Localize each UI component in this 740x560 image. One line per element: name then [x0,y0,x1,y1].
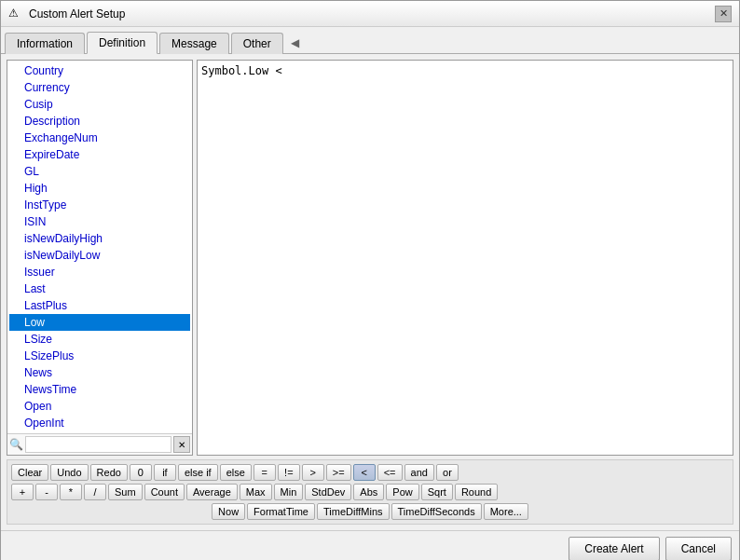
main-area: CountryCurrencyCusipDescriptionExchangeN… [7,60,733,456]
toolbar-btn-or[interactable]: or [436,464,459,481]
toolbar-btn-if[interactable]: if [154,464,176,481]
toolbar-btn-zero[interactable]: 0 [130,464,152,481]
toolbar-btn-now[interactable]: Now [212,503,245,520]
toolbar-btn-stddev[interactable]: StdDev [305,484,351,500]
field-item-description[interactable]: Description [9,113,190,130]
search-icon: 🔍 [9,438,23,451]
toolbar-row-3: NowFormatTimeTimeDiffMinsTimeDiffSeconds… [11,503,729,520]
toolbar-btn-undo[interactable]: Undo [50,464,88,481]
toolbar-btn-plus[interactable]: + [11,484,34,500]
tab-message[interactable]: Message [159,33,229,54]
tab-other[interactable]: Other [231,33,283,54]
toolbar-btn-minus[interactable]: - [35,484,58,500]
field-item-exchangenum[interactable]: ExchangeNum [9,130,190,146]
toolbar-btn-else-if[interactable]: else if [178,464,218,481]
toolbar-btn-clear[interactable]: Clear [11,464,48,481]
field-item-isin[interactable]: ISIN [9,213,190,230]
footer: Create Alert Cancel [1,530,739,560]
toolbar-row-2: +-*/SumCountAverageMaxMinStdDevAbsPowSqr… [11,484,729,500]
toolbar-row-1: ClearUndoRedo0ifelse ifelse=!=>>=<<=ando… [11,464,729,481]
search-clear-button[interactable]: ✕ [173,436,190,453]
field-item-open[interactable]: Open [9,398,190,415]
field-item-news[interactable]: News [9,364,190,381]
field-item-newstime[interactable]: NewsTime [9,381,190,398]
dialog-title: Custom Alert Setup [29,7,125,20]
field-item-issuer[interactable]: Issuer [9,264,190,280]
field-item-gl[interactable]: GL [9,163,190,180]
create-alert-button[interactable]: Create Alert [569,537,659,560]
search-bar: 🔍 ✕ [7,433,192,455]
field-item-cusip[interactable]: Cusip [9,96,190,113]
close-button[interactable]: ✕ [715,6,732,22]
toolbar-btn-more[interactable]: More... [484,503,528,520]
toolbar-btn-formattime[interactable]: FormatTime [247,503,315,520]
toolbar-btn-divide[interactable]: / [84,484,106,500]
field-item-lastplus[interactable]: LastPlus [9,297,190,314]
title-bar: ⚠ Custom Alert Setup ✕ [1,1,739,27]
toolbar-btn-count[interactable]: Count [144,484,185,500]
toolbar-btn-gt[interactable]: > [302,464,324,481]
toolbar: ClearUndoRedo0ifelse ifelse=!=>>=<<=ando… [7,459,733,525]
warning-icon: ⚠ [8,7,23,21]
toolbar-btn-neq[interactable]: != [278,464,300,481]
toolbar-btn-round[interactable]: Round [455,484,498,500]
toolbar-btn-average[interactable]: Average [186,484,238,500]
field-item-lsizeplus[interactable]: LSizePlus [9,348,190,364]
field-item-low[interactable]: Low [9,314,190,331]
toolbar-btn-lte[interactable]: <= [377,464,403,481]
toolbar-btn-gte[interactable]: >= [326,464,351,481]
toolbar-btn-eq[interactable]: = [254,464,276,481]
toolbar-btn-max[interactable]: Max [240,484,272,500]
toolbar-btn-redo[interactable]: Redo [90,464,128,481]
toolbar-btn-sum[interactable]: Sum [108,484,143,500]
tab-bar: Information Definition Message Other ◀ [1,27,739,54]
field-item-high[interactable]: High [9,180,190,197]
field-item-openint[interactable]: OpenInt [9,415,190,431]
field-item-expiredate[interactable]: ExpireDate [9,146,190,163]
field-list-panel: CountryCurrencyCusipDescriptionExchangeN… [7,60,193,456]
field-list: CountryCurrencyCusipDescriptionExchangeN… [7,61,192,433]
field-item-isnewdailylow[interactable]: isNewDailyLow [9,247,190,264]
title-bar-left: ⚠ Custom Alert Setup [8,7,125,21]
field-item-lsize[interactable]: LSize [9,331,190,348]
tab-information[interactable]: Information [5,33,85,54]
toolbar-btn-else[interactable]: else [220,464,252,481]
toolbar-btn-pow[interactable]: Pow [386,484,418,500]
toolbar-btn-min[interactable]: Min [274,484,304,500]
field-item-isnewdailyhigh[interactable]: isNewDailyHigh [9,230,190,247]
field-item-insttype[interactable]: InstType [9,197,190,213]
toolbar-btn-and[interactable]: and [404,464,434,481]
toolbar-btn-sqrt[interactable]: Sqrt [421,484,453,500]
tab-definition[interactable]: Definition [87,32,158,54]
content-area: CountryCurrencyCusipDescriptionExchangeN… [1,54,739,530]
toolbar-btn-timediffseconds[interactable]: TimeDiffSeconds [391,503,482,520]
cancel-button[interactable]: Cancel [665,537,732,560]
tab-scroll-arrow[interactable]: ◀ [285,33,305,53]
field-item-last[interactable]: Last [9,280,190,297]
expression-editor[interactable]: Symbol.Low < [197,60,733,456]
dialog: ⚠ Custom Alert Setup ✕ Information Defin… [0,0,740,560]
toolbar-btn-abs[interactable]: Abs [353,484,384,500]
search-input[interactable] [25,436,171,453]
toolbar-btn-multiply[interactable]: * [60,484,82,500]
field-item-currency[interactable]: Currency [9,79,190,96]
field-item-country[interactable]: Country [9,62,190,79]
toolbar-btn-timediffmins[interactable]: TimeDiffMins [317,503,390,520]
toolbar-btn-lt[interactable]: < [353,464,376,481]
